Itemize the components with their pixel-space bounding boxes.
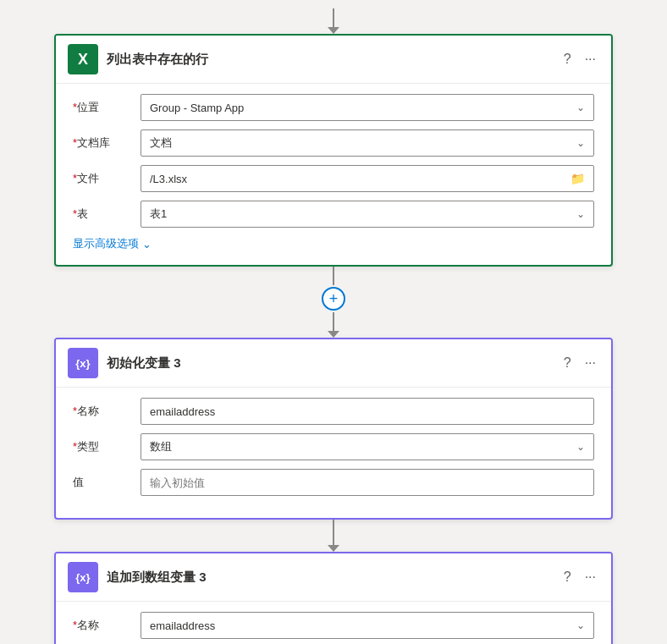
file-label: *文件 xyxy=(73,171,141,186)
connector-line-2a xyxy=(333,520,334,545)
excel-card-title: 列出表中存在的行 xyxy=(107,52,552,68)
init-var-title: 初始化变量 3 xyxy=(107,355,552,372)
file-value: /L3.xlsx xyxy=(150,173,187,185)
connector-line-1a xyxy=(333,267,334,285)
add-icon-1: + xyxy=(329,290,339,308)
connector-arrow-top xyxy=(328,27,339,34)
init-var-body: *名称 *类型 数组 ⌄ 值 xyxy=(56,388,611,518)
file-picker[interactable]: /L3.xlsx 📁 xyxy=(141,165,594,192)
connector-1: + xyxy=(322,267,345,338)
connector-arrow-2 xyxy=(328,545,339,552)
append-name-label: *名称 xyxy=(73,618,141,633)
add-step-button-1[interactable]: + xyxy=(322,287,345,311)
file-row: *文件 /L3.xlsx 📁 xyxy=(73,165,594,192)
append-var-body: *名称 emailaddress ⌄ *值 { } xyxy=(56,602,611,644)
table-label: *表 xyxy=(73,206,141,222)
location-value: Group - Stamp App xyxy=(150,102,244,114)
show-advanced-button[interactable]: 显示高级选项 ⌄ xyxy=(73,236,152,251)
varval-input[interactable] xyxy=(141,469,594,496)
init-var-header: {x} 初始化变量 3 ? ··· xyxy=(56,339,611,388)
init-var-more-button[interactable]: ··· xyxy=(582,354,599,372)
init-var-icon: {x} xyxy=(68,348,98,378)
varname-input[interactable] xyxy=(141,398,594,425)
excel-card-body: *位置 Group - Stamp App ⌄ *文档库 文档 ⌄ *文件 /L… xyxy=(56,84,611,265)
varval-row: 值 xyxy=(73,469,594,496)
doclib-chevron: ⌄ xyxy=(576,137,585,149)
append-var-icon-label: {x} xyxy=(75,571,90,584)
show-advanced-label: 显示高级选项 xyxy=(73,236,139,251)
append-name-value: emailaddress xyxy=(150,619,215,632)
varname-row: *名称 xyxy=(73,398,594,425)
top-connector xyxy=(328,8,339,34)
vartype-select[interactable]: 数组 ⌄ xyxy=(141,433,594,460)
append-var-card: {x} 追加到数组变量 3 ? ··· *名称 emailaddress ⌄ *… xyxy=(54,552,613,644)
excel-card: X 列出表中存在的行 ? ··· *位置 Group - Stamp App ⌄… xyxy=(54,34,613,267)
append-name-select[interactable]: emailaddress ⌄ xyxy=(141,612,594,639)
table-row-field: *表 表1 ⌄ xyxy=(73,201,594,228)
vartype-chevron: ⌄ xyxy=(576,441,585,453)
connector-arrow-1 xyxy=(328,331,339,338)
connector-line-top xyxy=(333,8,334,27)
vartype-row: *类型 数组 ⌄ xyxy=(73,433,594,460)
excel-icon-label: X xyxy=(78,51,88,69)
location-chevron: ⌄ xyxy=(576,102,585,113)
append-var-icon: {x} xyxy=(68,562,98,592)
table-value: 表1 xyxy=(150,206,167,222)
init-var-icon-label: {x} xyxy=(75,357,90,370)
excel-icon: X xyxy=(68,44,98,74)
append-var-more-button[interactable]: ··· xyxy=(582,568,599,586)
location-label: *位置 xyxy=(73,100,141,115)
folder-icon: 📁 xyxy=(571,172,585,185)
table-chevron: ⌄ xyxy=(576,208,585,220)
connector-line-1b xyxy=(333,312,334,331)
doclib-select[interactable]: 文档 ⌄ xyxy=(141,129,594,157)
connector-2 xyxy=(328,520,339,552)
location-select[interactable]: Group - Stamp App ⌄ xyxy=(141,94,594,121)
init-var-card: {x} 初始化变量 3 ? ··· *名称 *类型 数组 ⌄ 值 xyxy=(54,338,613,520)
doclib-label: *文档库 xyxy=(73,135,141,151)
append-var-help-button[interactable]: ? xyxy=(560,568,575,586)
append-var-title: 追加到数组变量 3 xyxy=(107,570,552,586)
append-var-header: {x} 追加到数组变量 3 ? ··· xyxy=(56,553,611,602)
vartype-label: *类型 xyxy=(73,439,141,454)
excel-card-actions: ? ··· xyxy=(560,50,599,69)
init-var-actions: ? ··· xyxy=(560,354,599,372)
append-name-row: *名称 emailaddress ⌄ xyxy=(73,612,594,639)
location-row: *位置 Group - Stamp App ⌄ xyxy=(73,94,594,121)
init-var-help-button[interactable]: ? xyxy=(560,354,575,372)
append-name-chevron: ⌄ xyxy=(576,619,585,631)
doclib-row: *文档库 文档 ⌄ xyxy=(73,129,594,157)
excel-help-button[interactable]: ? xyxy=(560,50,575,69)
vartype-value: 数组 xyxy=(150,439,172,454)
show-advanced-chevron: ⌄ xyxy=(142,238,152,250)
varval-label: 值 xyxy=(73,475,141,490)
varname-label: *名称 xyxy=(73,404,141,419)
excel-more-button[interactable]: ··· xyxy=(582,50,599,69)
table-select[interactable]: 表1 ⌄ xyxy=(141,201,594,228)
doclib-value: 文档 xyxy=(150,135,172,151)
append-var-actions: ? ··· xyxy=(560,568,599,586)
excel-card-header: X 列出表中存在的行 ? ··· xyxy=(56,36,611,84)
